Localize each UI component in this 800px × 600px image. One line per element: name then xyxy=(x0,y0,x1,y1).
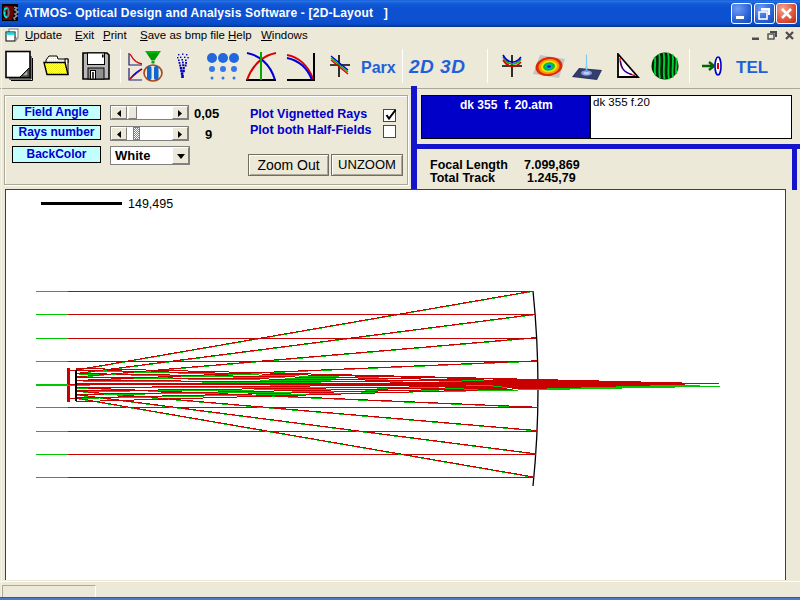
svg-text:149,495: 149,495 xyxy=(128,197,173,211)
